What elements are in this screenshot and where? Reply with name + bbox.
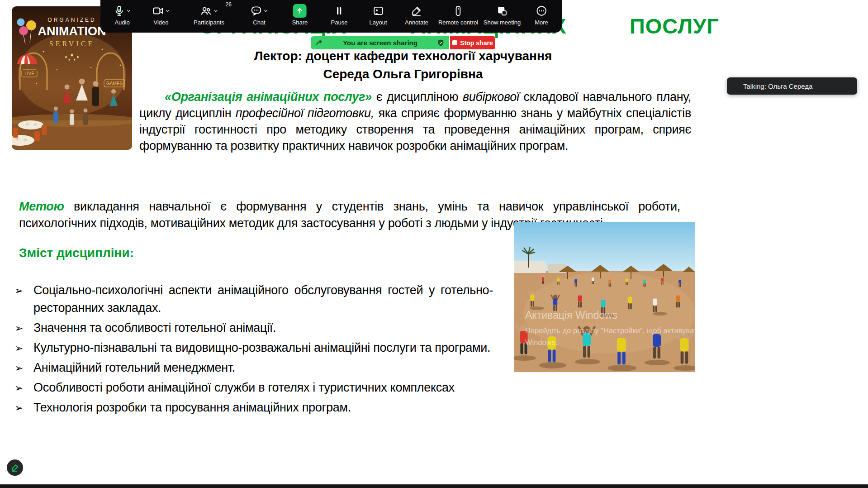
bullet-arrow-icon: ➢	[14, 340, 23, 357]
share-arrow-icon	[295, 6, 304, 15]
toolbar-label: Show meeting	[484, 19, 521, 26]
bullet-arrow-icon: ➢	[14, 399, 23, 417]
poster-line2: ANIMATION	[38, 24, 106, 38]
stop-share-button[interactable]: Stop share	[450, 36, 495, 49]
camera-icon	[152, 5, 164, 17]
aim-lead: Метою	[19, 200, 64, 213]
list-item-text: Соціально-психологічні аспекти анімаційн…	[33, 283, 493, 315]
list-item: ➢Особливості роботи анімаційної служби в…	[14, 379, 493, 397]
list-item-text: Анімаційний готельний менеджмент.	[33, 361, 235, 374]
remote-control-button[interactable]: Remote control	[438, 3, 478, 26]
chevron-down-icon[interactable]	[127, 9, 131, 13]
toolbar-label: Annotate	[405, 19, 428, 26]
poster-line3: SERVICE	[49, 40, 95, 48]
lecturer-line: Лектор: доцент кафедри технології харчув…	[254, 49, 552, 63]
bullet-arrow-icon: ➢	[14, 282, 23, 300]
list-item: ➢Значення та особливості готельної аніма…	[14, 319, 493, 337]
poster-line1: ORGANIZED	[47, 17, 96, 23]
talking-text: Talking: Ольга Середа	[743, 82, 812, 90]
chevron-down-icon[interactable]	[264, 9, 268, 13]
list-item-text: Культурно-пізнавальні та видовищно-розва…	[33, 341, 490, 354]
windows-activation-watermark-line2: Перейдіть до розділу "Настройки", щоб ак…	[525, 326, 695, 335]
mouse-icon	[452, 5, 464, 17]
intro-text: є дисципліною	[372, 90, 463, 104]
participants-icon	[200, 5, 212, 17]
poster-tag-live: LIVE	[24, 71, 34, 76]
toolbar-label: Video	[152, 19, 170, 26]
bullet-arrow-icon: ➢	[14, 379, 23, 397]
intro-paragraph: «Організація анімаційних послуг» є дисци…	[139, 89, 691, 154]
ellipsis-icon	[536, 5, 547, 17]
contents-list: ➢Соціально-психологічні аспекти анімацій…	[14, 282, 493, 419]
list-item-text: Особливості роботи анімаційної служби в …	[33, 381, 455, 394]
layout-button[interactable]: Layout	[369, 3, 387, 26]
chat-bubble-icon	[251, 5, 262, 17]
toolbar-label: Layout	[369, 19, 387, 26]
participants-button[interactable]: 26 Participants	[194, 3, 224, 26]
audio-button[interactable]: Audio	[114, 3, 131, 26]
toolbar-label: Audio	[114, 19, 131, 26]
pause-icon	[334, 5, 345, 16]
toolbar-label: Pause	[331, 19, 348, 26]
share-swoosh-icon	[315, 39, 323, 47]
bullet-arrow-icon: ➢	[14, 320, 23, 337]
windows-stack-icon	[496, 5, 508, 17]
screen-sharing-banner: You are screen sharing	[311, 36, 449, 49]
list-item-text: Технологія розробки та просування анімац…	[33, 401, 351, 414]
windows-activation-watermark-line3: Windows.	[525, 338, 558, 347]
toolbar-label: Chat	[251, 19, 268, 26]
beach-animation-photo: Активація Windows Перейдіть до розділу "…	[514, 222, 695, 372]
layout-icon	[372, 5, 384, 17]
toolbar-label: Share	[292, 19, 308, 26]
bullet-arrow-icon: ➢	[14, 359, 23, 377]
toolbar-label: More	[535, 19, 548, 26]
lecturer-name: Середа Ольга Григорівна	[323, 67, 483, 81]
intro-italic: вибіркової	[463, 90, 519, 104]
meeting-toolbar: Audio Video 26 Participants	[100, 0, 562, 33]
chevron-down-icon[interactable]	[213, 9, 218, 13]
talking-indicator: Talking: Ольга Середа	[727, 77, 857, 95]
pencil-icon	[10, 463, 19, 472]
annotate-button[interactable]: Annotate	[405, 3, 428, 26]
poster-tag-games: GAMES	[106, 81, 123, 86]
sharing-message: You are screen sharing	[323, 39, 437, 47]
list-item: ➢Культурно-пізнавальні та видовищно-розв…	[14, 339, 493, 357]
microphone-icon	[114, 5, 125, 17]
list-item: ➢Технологія розробки та просування аніма…	[14, 399, 493, 416]
show-meeting-button[interactable]: Show meeting	[484, 3, 521, 26]
list-item: ➢ Анімаційний готельний менеджмент.	[14, 359, 493, 377]
stop-share-label: Stop share	[460, 39, 493, 47]
windows-activation-watermark-line1: Активація Windows	[525, 309, 617, 321]
stop-icon	[452, 40, 457, 45]
shield-check-icon	[437, 39, 445, 47]
course-name-lead: «Організація анімаційних послуг»	[165, 90, 372, 104]
participants-count-badge: 26	[226, 1, 232, 8]
toolbar-label: Participants	[194, 19, 224, 26]
annotation-pencil-button[interactable]	[7, 459, 23, 476]
share-button[interactable]: Share	[292, 3, 308, 26]
pencil-icon	[411, 5, 422, 17]
shared-screen: ОРГАНІЗАЦІЯ АНІМАЦІЙНИХ ПОСЛУГ Audio V	[0, 0, 868, 488]
chat-button[interactable]: Chat	[251, 3, 268, 26]
list-item: ➢Соціально-психологічні аспекти анімацій…	[14, 282, 493, 317]
pause-button[interactable]: Pause	[331, 3, 348, 26]
toolbar-label: Remote control	[438, 19, 478, 26]
bottom-edge-strip	[0, 484, 868, 488]
contents-heading: Зміст дисципліни:	[19, 246, 134, 260]
video-button[interactable]: Video	[152, 3, 170, 26]
list-item-text: Значення та особливості готельної анімац…	[33, 321, 276, 335]
more-button[interactable]: More	[535, 3, 548, 26]
chevron-down-icon[interactable]	[166, 9, 170, 13]
intro-italic: професійної підготовки,	[236, 106, 374, 120]
